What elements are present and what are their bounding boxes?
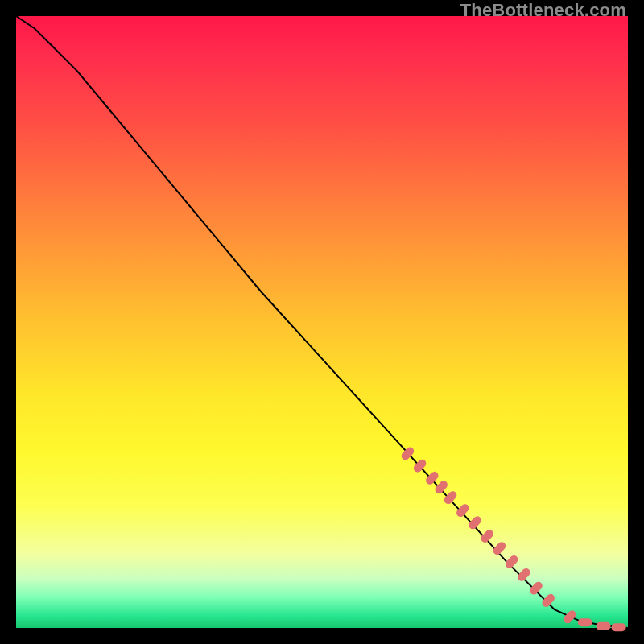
curve-marker [433,479,449,495]
curve-marker [562,609,578,625]
watermark-text: TheBottleneck.com [460,0,626,21]
curve-marker [443,489,459,506]
marker-group [400,445,626,631]
curve-marker [597,622,611,630]
curve-marker [612,623,626,631]
curve-marker [479,528,495,544]
bottleneck-curve [16,16,628,628]
curve-marker [424,470,440,486]
chart-overlay [16,16,628,628]
curve-marker [455,502,471,518]
curve-marker [528,580,544,597]
curve-marker [516,567,532,583]
gradient-plot-area [16,16,628,628]
curve-marker [540,592,556,609]
curve-marker [578,618,592,626]
curve-marker [467,514,483,530]
